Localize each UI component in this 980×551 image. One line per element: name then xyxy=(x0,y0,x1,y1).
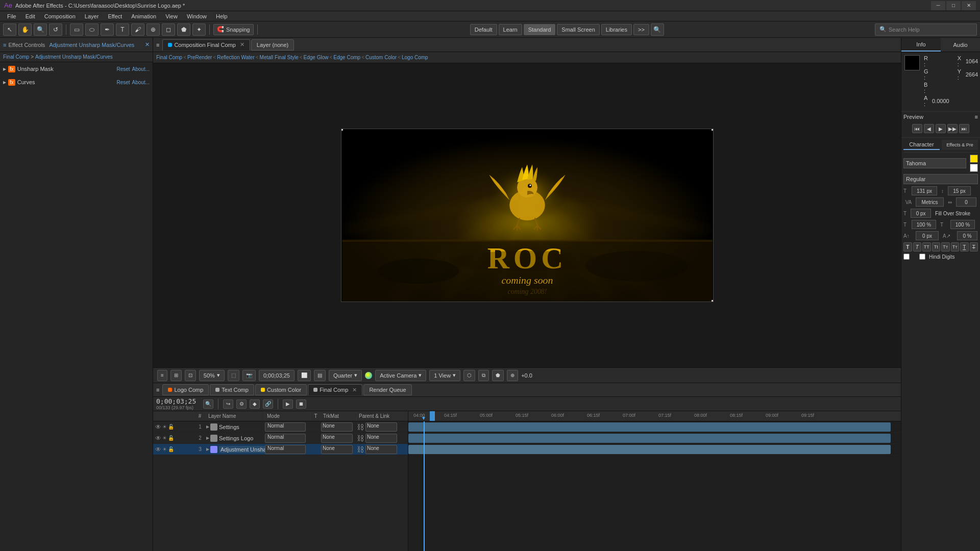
parent-select-1[interactable]: None xyxy=(365,422,397,432)
tl-render-btn[interactable]: ⚙ xyxy=(236,399,247,409)
vp-timecode[interactable]: 0;00;03;25 xyxy=(259,370,295,381)
vp-region[interactable]: ⬜ xyxy=(298,370,311,381)
menu-edit[interactable]: Edit xyxy=(21,12,39,20)
vp-transparency[interactable]: ▤ xyxy=(314,370,326,381)
info-color-swatch[interactable] xyxy=(904,55,920,70)
nav-reflection[interactable]: Reflection Water xyxy=(217,55,255,60)
bold-btn[interactable]: T xyxy=(903,242,912,252)
panel-options-icon[interactable]: ✕ xyxy=(145,41,150,48)
visibility-3[interactable]: 👁 xyxy=(155,446,161,453)
workspace-default[interactable]: Default xyxy=(470,24,497,35)
preview-next-frame[interactable]: ▶▶ xyxy=(947,124,958,133)
layer-row-3[interactable]: 👁 ☀ 🔓 3 ▶ Adjustment Unsharp Mask/Curves… xyxy=(153,444,408,455)
tab-text-comp[interactable]: Text Comp xyxy=(210,384,254,395)
menu-window[interactable]: Window xyxy=(183,12,211,20)
nav-metall[interactable]: Metall Final Style xyxy=(260,55,299,60)
maximize-button[interactable]: □ xyxy=(946,1,961,10)
viewport-canvas[interactable]: ROC coming soon coming 2008! xyxy=(341,129,714,302)
nav-logo-comp[interactable]: Logo Comp xyxy=(402,55,428,60)
nav-custom-color[interactable]: Custom Color xyxy=(365,55,397,60)
track-bar-2[interactable] xyxy=(408,434,891,443)
zoom-tool[interactable]: 🔍 xyxy=(34,23,47,36)
tab-close-final[interactable]: ✕ xyxy=(352,387,357,393)
search-help-input[interactable]: 🔍 Search Help xyxy=(875,23,977,36)
expand-3[interactable]: ▶ xyxy=(206,447,209,452)
search-workspace-btn[interactable]: 🔍 xyxy=(651,23,664,36)
layer-name-3[interactable]: Adjustment Unsharp Mask/Curves xyxy=(219,446,265,453)
tl-layer-mode[interactable]: 🔗 xyxy=(263,399,273,409)
effect-unsharp-about[interactable]: About... xyxy=(132,66,150,72)
tab-close-comp[interactable]: ✕ xyxy=(240,41,244,48)
effect-curves-about[interactable]: About... xyxy=(132,80,150,85)
text-tool[interactable]: T xyxy=(116,23,129,36)
char-style-dropdown[interactable]: Regular xyxy=(903,174,978,184)
menu-view[interactable]: View xyxy=(161,12,182,20)
preview-first-frame[interactable]: ⏮ xyxy=(912,124,922,133)
menu-layer[interactable]: Layer xyxy=(81,12,103,20)
effect-unsharp-header[interactable]: ▶ fx Unsharp Mask Reset About... xyxy=(0,63,153,74)
vp-comp-flowchart[interactable]: ⬟ xyxy=(492,370,504,381)
visibility-2[interactable]: 👁 xyxy=(155,435,161,442)
panel-menu-icon[interactable]: ≡ xyxy=(3,42,6,48)
tl-new-comp-btn[interactable]: ↪ xyxy=(223,399,233,409)
effect-curves-reset[interactable]: Reset xyxy=(116,80,130,85)
solo-2[interactable]: ☀ xyxy=(162,435,167,441)
vp-color-toggle[interactable] xyxy=(365,372,372,379)
trkmat-select-1[interactable]: None xyxy=(321,422,353,432)
lock-1[interactable]: 🔓 xyxy=(168,424,174,430)
layer-name-1[interactable]: Settings xyxy=(219,424,265,430)
strike-btn[interactable]: T xyxy=(970,242,978,252)
char-fill-input[interactable] xyxy=(911,209,931,218)
vp-view-dropdown[interactable]: 1 View ▾ xyxy=(429,370,460,381)
underline-btn[interactable]: T xyxy=(960,242,969,252)
tab-composition-final-comp[interactable]: Composition Final Comp ✕ xyxy=(162,39,250,51)
preview-options[interactable]: ≡ xyxy=(975,114,978,120)
tl-stop[interactable]: ⏹ xyxy=(296,399,306,409)
parent-select-2[interactable]: None xyxy=(365,434,397,443)
italic-btn[interactable]: T xyxy=(913,242,922,252)
timeline-tracks[interactable] xyxy=(408,421,901,551)
track-bar-1[interactable] xyxy=(408,422,891,432)
hindi-checkbox[interactable] xyxy=(919,254,925,260)
vp-grid[interactable]: ⊡ xyxy=(185,370,196,381)
breadcrumb-finalcomp[interactable]: Final Comp xyxy=(3,54,29,60)
tab-final-comp[interactable]: Final Comp ✕ xyxy=(308,384,362,395)
tab-character[interactable]: Character xyxy=(903,140,940,150)
menu-effect[interactable]: Effect xyxy=(104,12,126,20)
char-size-input[interactable] xyxy=(912,186,937,195)
solo-1[interactable]: ☀ xyxy=(162,424,167,430)
menu-composition[interactable]: Composition xyxy=(40,12,80,20)
super-btn[interactable]: TT xyxy=(941,242,950,252)
vp-safe-margins[interactable]: ⊞ xyxy=(170,370,182,381)
snapping-dropdown[interactable]: 🧲 Snapping xyxy=(213,24,254,35)
menu-animation[interactable]: Animation xyxy=(127,12,160,20)
preview-prev-frame[interactable]: ◀ xyxy=(924,124,934,133)
rect-mask-tool[interactable]: ▭ xyxy=(70,23,83,36)
char-scale-v-input[interactable] xyxy=(950,220,975,229)
tab-layer-none[interactable]: Layer (none) xyxy=(251,39,294,51)
workspace-libraries[interactable]: Libraries xyxy=(601,24,632,35)
tab-audio[interactable]: Audio xyxy=(941,38,980,52)
playhead[interactable] xyxy=(424,421,425,551)
char-font-dropdown[interactable]: Tahoma xyxy=(903,158,966,168)
tab-render-queue[interactable]: Render Queue xyxy=(363,384,411,395)
layer-name-2[interactable]: Settings Logo xyxy=(219,435,265,441)
tl-search[interactable]: 🔍 xyxy=(203,399,213,409)
vp-snapshot[interactable]: 📷 xyxy=(242,370,256,381)
vp-zoom-dropdown[interactable]: 50% ▾ xyxy=(199,370,225,381)
tl-play[interactable]: ▶ xyxy=(283,399,293,409)
tab-info[interactable]: Info xyxy=(901,38,941,52)
workspace-more[interactable]: >> xyxy=(633,24,649,35)
panel-menu-comp[interactable]: ≡ xyxy=(156,42,159,48)
timeline-ruler[interactable]: 04:00 04:15f 05:00f 05:15f 06:00f 06:15f… xyxy=(408,411,901,421)
vp-render-shortcuts[interactable]: ⧉ xyxy=(478,370,489,381)
visibility-1[interactable]: 👁 xyxy=(155,423,161,431)
char-metrics-input[interactable] xyxy=(916,197,944,207)
char-tracking-input[interactable] xyxy=(956,197,976,207)
ligaturs-checkbox[interactable] xyxy=(903,254,910,260)
allcaps-btn[interactable]: TT xyxy=(922,242,931,252)
rotate-tool[interactable]: ↺ xyxy=(49,23,62,36)
ellipse-mask-tool[interactable]: ⬭ xyxy=(85,23,99,36)
workspace-standard[interactable]: Standard xyxy=(524,24,556,35)
tab-custom-color[interactable]: Custom Color xyxy=(255,384,307,395)
